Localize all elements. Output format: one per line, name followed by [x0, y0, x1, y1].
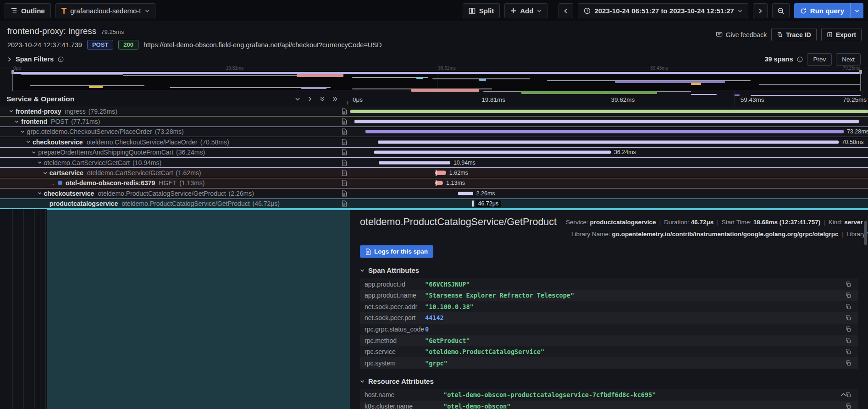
span-bar-tick[interactable] — [472, 200, 474, 206]
collapse-one-icon[interactable] — [295, 96, 300, 102]
copy-icon[interactable] — [845, 348, 851, 355]
chevron-down-icon[interactable] — [32, 150, 36, 155]
span-row-timeline[interactable] — [350, 116, 868, 126]
span-logs-icon[interactable] — [342, 149, 347, 155]
detail-scrollbar[interactable] — [864, 221, 867, 245]
collapse-all-icon[interactable] — [320, 96, 325, 102]
prev-span-button[interactable]: Prev — [807, 53, 832, 66]
span-logs-icon[interactable] — [342, 160, 347, 166]
run-query-dropdown[interactable] — [850, 3, 863, 18]
span-logs-icon[interactable] — [342, 118, 347, 125]
span-meta-value: productcatalogservice — [590, 219, 656, 226]
chevron-down-icon[interactable] — [26, 140, 30, 144]
span-row[interactable]: frontend-proxyingress(79.25ms) — [0, 106, 868, 116]
copy-icon[interactable] — [845, 337, 851, 344]
chevron-down-icon[interactable] — [21, 130, 25, 134]
minimap-left-handle[interactable] — [12, 70, 13, 91]
span-row-timeline[interactable]: 70.58ms — [350, 137, 868, 147]
span-row-name[interactable]: productcatalogserviceoteldemo.ProductCat… — [0, 199, 350, 208]
span-row-timeline[interactable]: 73.28ms — [350, 127, 868, 137]
span-row[interactable]: grpc.oteldemo.CheckoutService/PlaceOrder… — [0, 127, 868, 137]
span-row-timeline[interactable]: 46.72μs — [350, 199, 868, 208]
expand-all-icon[interactable] — [332, 96, 338, 102]
span-bar[interactable] — [379, 161, 450, 164]
span-bar[interactable] — [350, 110, 868, 113]
run-query-button[interactable]: Run query — [794, 3, 863, 18]
outline-button[interactable]: Outline — [5, 3, 51, 18]
span-row-timeline[interactable] — [350, 106, 868, 116]
span-logs-icon[interactable] — [342, 128, 347, 135]
span-filters-toggle[interactable]: Span Filters — [7, 55, 64, 63]
trace-id-button[interactable]: Trace ID — [771, 28, 816, 41]
span-row-name[interactable]: checkoutserviceoteldemo.CheckoutService/… — [0, 137, 350, 147]
logs-for-span-button[interactable]: Logs for this span — [360, 245, 433, 258]
time-range-picker[interactable]: 2023-10-24 06:51:27 to 2023-10-24 12:51:… — [578, 3, 748, 18]
copy-icon[interactable] — [845, 403, 851, 409]
chevron-down-icon[interactable] — [43, 171, 47, 175]
minimap-span-bar — [297, 74, 343, 77]
span-row-name[interactable]: cartserviceoteldemo.CartService/GetCart(… — [0, 168, 350, 177]
span-bar[interactable] — [378, 140, 839, 144]
time-forward-button[interactable] — [753, 3, 768, 18]
span-row[interactable]: productcatalogserviceoteldemo.ProductCat… — [0, 199, 868, 209]
span-row[interactable]: checkoutserviceoteldemo.ProductCatalogSe… — [0, 188, 868, 199]
give-feedback-link[interactable]: Give feedback — [716, 31, 767, 39]
span-row-timeline[interactable]: 10.94ms — [350, 158, 868, 167]
minimap-tick-label: 39.62ms — [438, 66, 456, 71]
span-row-name[interactable]: frontendPOST(77.71ms) — [0, 116, 350, 126]
export-button[interactable]: Export — [821, 28, 862, 41]
copy-icon[interactable] — [845, 304, 851, 310]
span-logs-icon[interactable] — [342, 108, 347, 115]
span-row-name[interactable]: prepareOrderItemsAndShippingQuoteFromCar… — [0, 148, 350, 157]
span-row[interactable]: prepareOrderItemsAndShippingQuoteFromCar… — [0, 148, 868, 158]
span-bar[interactable] — [435, 181, 443, 185]
span-row-timeline[interactable]: 1.13ms — [350, 178, 868, 188]
chevron-down-icon[interactable] — [15, 120, 19, 124]
next-span-button[interactable]: Next — [836, 53, 861, 66]
span-bar[interactable] — [365, 130, 844, 133]
copy-icon[interactable] — [845, 281, 851, 287]
scroll-to-top-button[interactable] — [840, 391, 847, 398]
copy-icon[interactable] — [845, 292, 851, 298]
copy-icon[interactable] — [845, 326, 851, 332]
span-bar[interactable] — [374, 151, 611, 154]
span-logs-icon[interactable] — [342, 190, 347, 197]
span-row-timeline[interactable]: 2.26ms — [350, 188, 868, 198]
span-row-name[interactable]: checkoutserviceoteldemo.ProductCatalogSe… — [0, 188, 350, 198]
span-row-name[interactable]: frontend-proxyingress(79.25ms) — [0, 106, 350, 116]
expand-one-icon[interactable] — [307, 96, 313, 102]
span-row[interactable]: cartserviceoteldemo.CartService/GetCart(… — [0, 168, 868, 178]
span-logs-icon[interactable] — [342, 180, 347, 186]
chevron-down-icon[interactable] — [38, 160, 42, 165]
span-row[interactable]: frontendPOST(77.71ms) — [0, 116, 868, 127]
span-attributes-toggle[interactable]: Span Attributes — [360, 266, 858, 274]
time-back-button[interactable] — [558, 3, 573, 18]
span-logs-icon[interactable] — [342, 139, 347, 145]
chevron-down-icon[interactable] — [38, 191, 42, 195]
span-row-name[interactable]: oteldemo.CartService/GetCart(10.94ms) — [0, 158, 350, 167]
span-row-name[interactable]: grpc.oteldemo.CheckoutService/PlaceOrder… — [0, 127, 350, 137]
split-button[interactable]: Split — [463, 3, 500, 18]
column-resize-handle[interactable]: ‖ — [346, 100, 349, 105]
span-logs-icon[interactable] — [342, 170, 347, 176]
add-button[interactable]: Add — [504, 3, 547, 18]
span-bar[interactable] — [458, 192, 473, 195]
copy-icon[interactable] — [845, 315, 851, 321]
resource-attributes-toggle[interactable]: Resource Attributes — [360, 377, 858, 385]
minimap-tick-label: 19.81ms — [226, 66, 243, 71]
span-row[interactable]: →otel-demo-obscon-redis:6379HGET(1.13ms)… — [0, 178, 868, 188]
span-row-timeline[interactable]: 1.62ms — [350, 168, 868, 177]
span-bar[interactable] — [354, 120, 859, 123]
zoom-out-button[interactable] — [772, 3, 790, 18]
minimap-right-handle[interactable] — [860, 70, 861, 91]
span-bar[interactable] — [435, 171, 446, 175]
span-row-name[interactable]: →otel-demo-obscon-redis:6379HGET(1.13ms) — [0, 178, 350, 188]
minimap-canvas[interactable] — [12, 71, 861, 90]
span-logs-icon[interactable] — [342, 200, 347, 207]
datasource-picker[interactable]: T grafanacloud-sedemo-t — [55, 3, 155, 18]
span-row[interactable]: oteldemo.CartService/GetCart(10.94ms)10.… — [0, 158, 868, 168]
span-row[interactable]: checkoutserviceoteldemo.CheckoutService/… — [0, 137, 868, 147]
chevron-down-icon[interactable] — [9, 109, 13, 113]
copy-icon[interactable] — [845, 360, 851, 366]
span-row-timeline[interactable]: 36.24ms — [350, 148, 868, 157]
